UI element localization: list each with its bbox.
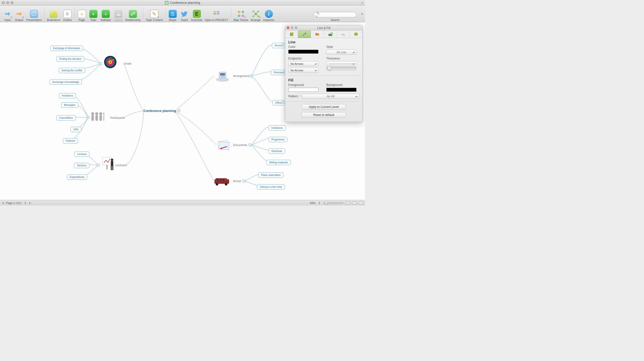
toolbar-outline[interactable]: ☰ Outline (62, 10, 73, 21)
svg-rect-0 (213, 11, 216, 12)
line-style-dropdown[interactable]: No Line▴▾ (326, 50, 356, 55)
presentation-icon: 🖵 (30, 10, 38, 18)
leaf-node[interactable]: Handouts (269, 148, 285, 154)
mindmap-canvas[interactable]: Conference planning Goals Exchange of in… (0, 22, 365, 200)
expand-toggle[interactable] (243, 180, 245, 182)
toolbar-input[interactable]: ▾ Input (2, 10, 13, 21)
page-stepper[interactable]: ▲▼ (24, 201, 26, 204)
svg-point-6 (238, 15, 240, 17)
endpoint-end-dropdown[interactable]: No Arrows▴▾ (288, 68, 318, 73)
leaf-node[interactable]: Cancellation (56, 115, 76, 121)
toolbar-relationship[interactable]: ☍ Relationship (124, 10, 142, 21)
topic-arrival[interactable]: Arrival (233, 179, 241, 183)
expand-toggle[interactable] (97, 164, 99, 166)
leaf-node[interactable]: Partners (63, 138, 78, 143)
leaf-node[interactable]: Messages (61, 102, 78, 108)
svg-point-24 (103, 112, 104, 115)
view-mode-3[interactable] (359, 201, 363, 204)
leaf-node[interactable]: Exchange of knowledge (50, 79, 82, 85)
topic-lecturers[interactable]: Lecturers (115, 164, 127, 167)
inspector-close-button[interactable] (287, 26, 289, 29)
topic-documents[interactable]: Documents (233, 143, 247, 146)
leaf-node[interactable]: Writing-materials (266, 160, 291, 165)
pattern-dropdown[interactable]: No Fill▴▾ (302, 94, 359, 99)
svg-rect-45 (223, 179, 225, 180)
minimize-button[interactable] (6, 1, 9, 4)
page-prev-button[interactable]: ◀ (2, 201, 4, 204)
topic-arrangement[interactable]: Arrangement (233, 74, 249, 77)
toolbar-output[interactable]: ▾ Output (14, 10, 25, 21)
page-indicator[interactable]: Page-1 (1/1) (6, 201, 21, 204)
dropdown-value: No Arrows (291, 62, 303, 65)
leaf-node[interactable]: Technics (74, 163, 89, 168)
toolbar-open-in-project[interactable]: Open in PROJECT (204, 10, 229, 21)
zoom-slider[interactable] (323, 202, 343, 204)
inspector-tab-5[interactable] (337, 31, 350, 38)
thickness-slider[interactable] (326, 67, 356, 70)
fill-foreground-swatch[interactable] (288, 88, 318, 92)
leaf-node[interactable]: Plane reservation (258, 172, 283, 178)
inspector-tab-line-fill[interactable] (298, 31, 311, 38)
view-mode-1[interactable] (345, 201, 350, 204)
toolbar-arrange[interactable]: ▾ Arrange (250, 10, 262, 21)
inspector-tab-1[interactable] (285, 31, 298, 38)
zoom-button[interactable] (11, 1, 13, 4)
leaf-node[interactable]: Expenditures (67, 174, 87, 180)
expand-toggle[interactable] (282, 101, 284, 104)
expand-toggle[interactable] (87, 116, 89, 119)
expand-toggle[interactable] (282, 44, 284, 46)
close-button[interactable] (2, 1, 5, 4)
toolbar-page[interactable]: ＋ Page (76, 10, 87, 21)
expand-toggle[interactable] (177, 109, 180, 112)
topic-participants[interactable]: Participants (110, 116, 125, 119)
expand-toggle[interactable] (250, 75, 252, 77)
toolbar-subtopic[interactable]: ＋ Subtopic (99, 10, 112, 21)
leaf-node[interactable]: Delivery to the hotel (257, 184, 285, 190)
svg-rect-52 (315, 33, 317, 34)
topic-icon: ＋ (89, 10, 97, 18)
endpoint-start-dropdown[interactable]: No Arrows▴▾ (288, 61, 318, 66)
toolbar-evernote[interactable]: E Evernote (190, 10, 203, 21)
line-color-swatch[interactable] (288, 50, 318, 54)
leaf-node[interactable]: Lectures (74, 152, 89, 157)
inspector-tab-3[interactable] (311, 31, 324, 38)
toolbar-brainstorm[interactable]: ⚡ Brainstorm (46, 10, 61, 21)
toolbar-inspector[interactable]: i Inspector (262, 10, 275, 21)
toolbar-presentation[interactable]: 🖵 Presentation (25, 10, 43, 21)
toolbar-separator (231, 8, 231, 18)
search-input[interactable] (320, 13, 356, 16)
leaf-node[interactable]: Solving the conflict (59, 68, 85, 73)
topic-goals[interactable]: Goals (124, 62, 131, 65)
page-next-button[interactable]: ▶ (29, 201, 31, 204)
inspector-zoom-button[interactable] (295, 26, 297, 29)
inspector-tab-6[interactable] (350, 31, 362, 38)
toolbar-overflow-icon[interactable]: » (361, 12, 363, 16)
search-field[interactable]: 🔍▾ (314, 12, 356, 17)
leaf-node[interactable]: Invitations (269, 125, 285, 131)
toolbar-map-theme[interactable]: ▾ Map Theme (233, 10, 249, 21)
expand-toggle[interactable] (249, 144, 251, 146)
inspector-min-button[interactable] (291, 26, 293, 29)
toolbar-skype[interactable]: S Skype (167, 10, 178, 21)
view-mode-2[interactable] (352, 201, 356, 204)
leaf-node[interactable]: Invitations (59, 93, 76, 98)
leaf-node[interactable]: Programme (269, 137, 287, 142)
toolbar-tweet[interactable]: Tweet (179, 10, 190, 21)
toolbar-topic[interactable]: ＋ Topic (88, 10, 99, 21)
expand-toggle[interactable] (99, 63, 102, 65)
thickness-dropdown[interactable]: ▴▾ (326, 61, 356, 66)
zoom-stepper[interactable]: ▲▼ (318, 201, 320, 204)
toolbar-topic-content[interactable]: ✎▾ Topic Content (145, 10, 164, 21)
leaf-node[interactable]: VIPs (70, 127, 81, 132)
toolbar-label: Skype (169, 18, 176, 21)
fill-background-swatch[interactable] (326, 88, 356, 92)
apply-to-level-button[interactable]: Apply to Current Level (302, 104, 346, 110)
leaf-node[interactable]: Finding the decision (56, 56, 84, 62)
inspector-tab-4[interactable] (324, 31, 337, 38)
reset-to-default-button[interactable]: Reset to default (302, 112, 346, 118)
dropdown-value: No Fill (327, 95, 334, 98)
leaf-node[interactable]: Exchange of information (50, 46, 83, 51)
central-topic[interactable]: Conference planning (144, 109, 176, 113)
fullscreen-icon[interactable]: ⤢ (361, 1, 364, 5)
inspector-titlebar[interactable]: Line & Fill (285, 25, 362, 31)
